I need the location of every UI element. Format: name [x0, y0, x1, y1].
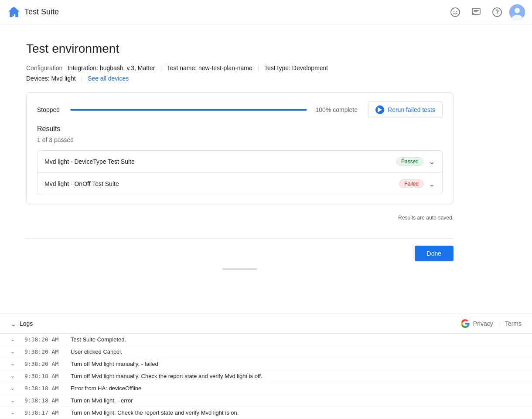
chevron-down-icon: ⌄ [429, 157, 435, 166]
test-type-value: Development [292, 64, 328, 71]
user-avatar[interactable] [509, 4, 525, 20]
main-content: Test environment Configuration Integrati… [0, 24, 480, 287]
status-text: Stopped [37, 106, 63, 113]
devices-label: Devices: [26, 75, 50, 82]
auto-saved-text: Results are auto-saved. [26, 215, 454, 221]
done-section: Done [26, 246, 454, 268]
results-title: Results [37, 125, 443, 133]
done-button[interactable]: Done [415, 246, 454, 261]
see-all-devices-link[interactable]: See all devices [88, 75, 129, 82]
test-name: Mvd light - DeviceType Test Suite [44, 158, 135, 165]
svg-point-4 [456, 11, 457, 12]
test-right: Passed ⌄ [396, 157, 435, 166]
separator-1: | [160, 64, 162, 71]
integration-label: Integration: [68, 64, 98, 71]
test-right: Failed ⌄ [399, 179, 435, 189]
results-summary: 1 of 3 passed [37, 136, 443, 143]
test-item[interactable]: Mvd light - OnOff Test Suite Failed ⌄ [38, 173, 442, 195]
app-header: Test Suite [0, 0, 532, 24]
test-name-value: new-test-plan-name [198, 64, 252, 71]
separator-3: | [81, 75, 83, 82]
app-logo [7, 5, 21, 19]
header-left: Test Suite [7, 5, 59, 19]
progress-row: Stopped 100% complete Rerun failed tests [37, 101, 443, 118]
status-badge-passed: Passed [396, 157, 423, 166]
progress-bar-fill [70, 109, 307, 111]
test-name-label: Test name: [167, 64, 197, 71]
chevron-down-icon: ⌄ [429, 179, 435, 189]
scroll-bar [222, 268, 257, 270]
emoji-button[interactable] [447, 3, 464, 21]
svg-point-3 [454, 11, 454, 12]
test-name: Mvd light - OnOff Test Suite [44, 180, 119, 187]
devices-line: Devices: Mvd light | See all devices [26, 75, 454, 82]
test-type-label: Test type: [264, 64, 290, 71]
results-section: Results 1 of 3 passed Mvd light - Device… [37, 125, 443, 195]
chat-button[interactable] [467, 3, 485, 21]
svg-point-2 [451, 8, 460, 17]
separator-2: | [258, 64, 259, 71]
status-badge-failed: Failed [399, 179, 423, 188]
progress-bar-container [70, 109, 307, 111]
divider [26, 238, 454, 239]
help-button[interactable] [488, 3, 506, 21]
scroll-indicator [26, 268, 454, 270]
svg-point-9 [497, 14, 498, 14]
config-label: Configuration [26, 64, 62, 71]
svg-marker-13 [378, 107, 382, 112]
config-line: Configuration Integration: bugbash, v.3,… [26, 64, 454, 71]
play-icon [375, 105, 384, 114]
header-right [447, 3, 525, 21]
progress-card: Stopped 100% complete Rerun failed tests… [26, 92, 454, 204]
rerun-btn-label: Rerun failed tests [388, 106, 435, 113]
test-list: Mvd light - DeviceType Test Suite Passed… [37, 150, 443, 195]
progress-left: Stopped 100% complete [37, 106, 358, 113]
integration-value: bugbash, v.3, Matter [100, 64, 155, 71]
rerun-failed-tests-button[interactable]: Rerun failed tests [368, 101, 443, 118]
test-item[interactable]: Mvd light - DeviceType Test Suite Passed… [38, 151, 442, 173]
progress-percent: 100% complete [314, 106, 358, 113]
page-title: Test environment [26, 42, 454, 56]
svg-point-11 [515, 8, 520, 13]
devices-value: Mvd light [51, 75, 76, 82]
app-title: Test Suite [24, 7, 59, 17]
